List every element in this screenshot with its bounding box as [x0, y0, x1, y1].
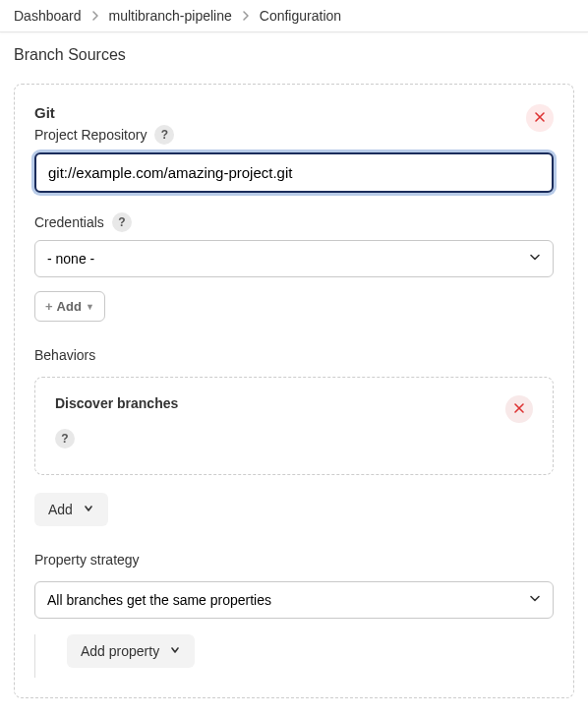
chevron-right-icon: [89, 10, 101, 22]
project-repository-label: Project Repository: [34, 127, 147, 143]
chevron-right-icon: [240, 10, 252, 22]
git-source-title: Git: [34, 104, 174, 121]
close-icon: [534, 111, 546, 126]
add-property-button[interactable]: Add property: [67, 634, 195, 668]
behaviors-heading: Behaviors: [34, 347, 554, 363]
add-behavior-label: Add: [48, 502, 73, 517]
plus-icon: +: [45, 299, 53, 314]
credentials-select[interactable]: - none -: [34, 240, 554, 277]
behavior-title: Discover branches: [55, 395, 178, 411]
add-credentials-button[interactable]: + Add ▼: [34, 291, 105, 322]
git-source-panel: Git Project Repository ? Credentials ?: [14, 84, 574, 698]
remove-behavior-button[interactable]: [505, 395, 533, 423]
credentials-label: Credentials: [34, 214, 104, 230]
help-icon[interactable]: ?: [112, 212, 132, 232]
help-icon[interactable]: ?: [55, 429, 75, 449]
behavior-item: Discover branches ?: [34, 377, 554, 475]
add-behavior-button[interactable]: Add: [34, 493, 108, 526]
chevron-down-icon: [83, 502, 94, 517]
caret-down-icon: ▼: [86, 302, 94, 312]
add-credentials-label: Add: [57, 299, 82, 314]
breadcrumb-item-dashboard[interactable]: Dashboard: [14, 8, 82, 24]
project-repository-input[interactable]: [34, 152, 554, 193]
help-icon[interactable]: ?: [154, 125, 174, 145]
remove-source-button[interactable]: [526, 104, 554, 132]
section-title-branch-sources: Branch Sources: [14, 46, 574, 64]
breadcrumb-item-multibranch[interactable]: multibranch-pipeline: [109, 8, 232, 24]
close-icon: [513, 402, 525, 417]
breadcrumb-item-configuration[interactable]: Configuration: [260, 8, 341, 24]
property-strategy-label: Property strategy: [34, 552, 554, 568]
add-property-label: Add property: [81, 643, 159, 659]
property-strategy-select[interactable]: All branches get the same properties: [34, 581, 554, 619]
property-structure: Add property: [34, 634, 554, 678]
chevron-down-icon: [169, 643, 181, 659]
breadcrumb: Dashboard multibranch-pipeline Configura…: [0, 0, 588, 32]
